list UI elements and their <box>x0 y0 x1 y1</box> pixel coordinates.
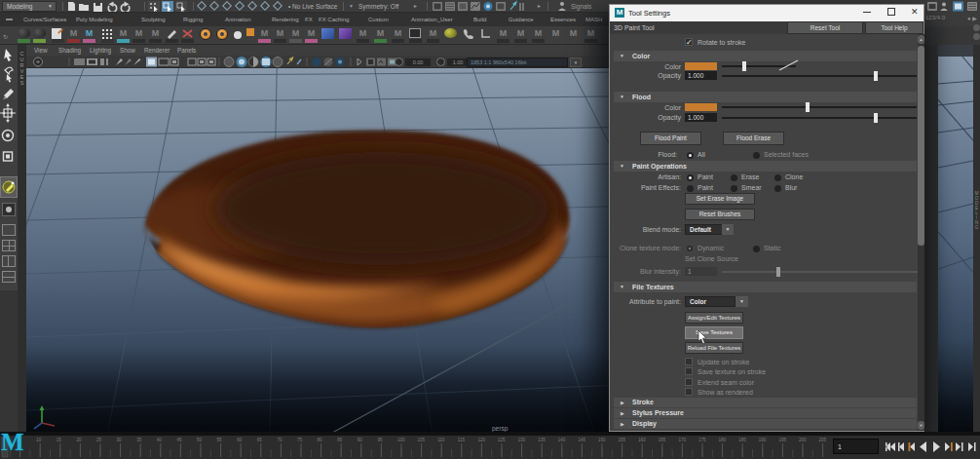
svg-text:40: 40 <box>157 438 163 442</box>
svg-text:50: 50 <box>197 438 203 442</box>
svg-text:30: 30 <box>117 438 123 442</box>
svg-text:110: 110 <box>437 438 445 442</box>
svg-text:65: 65 <box>257 438 263 442</box>
svg-text:145: 145 <box>578 438 585 442</box>
svg-text:35: 35 <box>136 438 142 442</box>
svg-text:130: 130 <box>518 438 526 442</box>
svg-text:135: 135 <box>538 438 546 442</box>
svg-text:25: 25 <box>96 438 102 442</box>
svg-text:155: 155 <box>619 438 626 442</box>
svg-text:95: 95 <box>377 438 383 442</box>
svg-text:20: 20 <box>76 438 82 442</box>
svg-text:10: 10 <box>36 438 42 442</box>
svg-text:185: 185 <box>738 438 746 442</box>
svg-text:85: 85 <box>337 438 343 442</box>
svg-text:140: 140 <box>558 438 566 442</box>
svg-text:200: 200 <box>799 438 807 442</box>
svg-text:120: 120 <box>477 438 485 442</box>
svg-text:90: 90 <box>358 438 363 442</box>
svg-text:125: 125 <box>498 438 506 442</box>
svg-text:115: 115 <box>458 438 466 442</box>
svg-text:150: 150 <box>598 438 606 442</box>
svg-text:70: 70 <box>277 438 283 442</box>
svg-text:165: 165 <box>659 438 666 442</box>
svg-text:55: 55 <box>217 438 223 442</box>
svg-text:180: 180 <box>719 438 727 442</box>
svg-text:80: 80 <box>318 438 323 442</box>
svg-text:100: 100 <box>397 438 405 442</box>
svg-text:190: 190 <box>759 438 767 442</box>
svg-text:175: 175 <box>698 438 706 442</box>
svg-text:170: 170 <box>678 438 686 442</box>
svg-text:75: 75 <box>297 438 303 442</box>
svg-text:45: 45 <box>176 438 182 442</box>
svg-text:160: 160 <box>638 438 646 442</box>
svg-text:105: 105 <box>418 438 426 442</box>
svg-text:205: 205 <box>819 438 827 442</box>
svg-text:15: 15 <box>57 438 62 442</box>
svg-text:195: 195 <box>778 438 786 442</box>
svg-text:60: 60 <box>237 438 243 442</box>
